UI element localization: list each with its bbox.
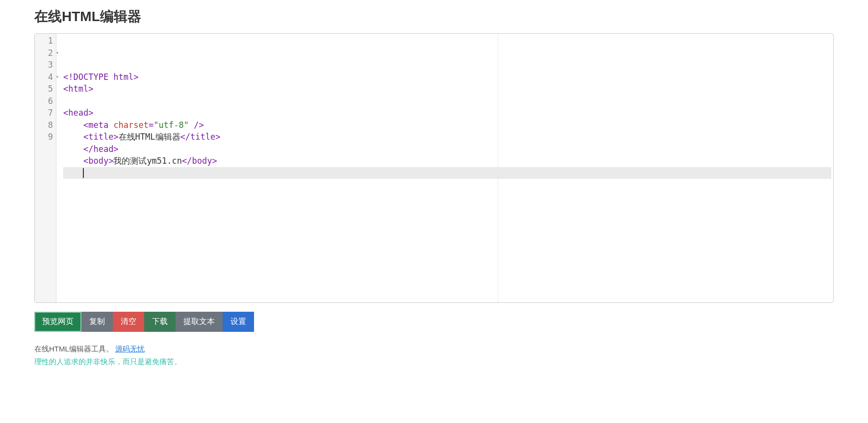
line-number: 7	[40, 107, 53, 119]
line-number: 5	[40, 83, 53, 95]
code-line[interactable]: <title>在线HTML编辑器</title>	[63, 131, 831, 143]
preview-button[interactable]: 预览网页	[34, 312, 81, 332]
toolbar: 预览网页 复制 清空 下载 提取文本 设置	[34, 312, 834, 332]
code-line[interactable]: <!DOCTYPE html>	[63, 71, 831, 83]
code-line[interactable]: <meta charset="utf-8" />	[63, 119, 831, 131]
print-margin	[498, 34, 498, 302]
page-title: 在线HTML编辑器	[34, 7, 834, 26]
line-number: 9	[40, 131, 53, 143]
line-number: 8	[40, 119, 53, 131]
clear-button[interactable]: 清空	[113, 312, 144, 332]
line-number: 4▾	[40, 71, 53, 83]
footer-desc: 在线HTML编辑器工具。	[34, 345, 113, 353]
line-number: 2▾	[40, 47, 53, 59]
settings-button[interactable]: 设置	[223, 312, 254, 332]
code-line[interactable]	[63, 95, 831, 107]
code-editor[interactable]: 12▾34▾56789 <!DOCTYPE html><html><head> …	[34, 33, 834, 303]
copy-button[interactable]: 复制	[81, 312, 113, 332]
line-number: 3	[40, 59, 53, 71]
line-gutter: 12▾34▾56789	[35, 34, 56, 302]
code-line[interactable]	[63, 167, 831, 179]
code-line[interactable]: </head>	[63, 143, 831, 155]
extract-text-button[interactable]: 提取文本	[176, 312, 223, 332]
text-cursor	[83, 168, 84, 178]
code-line[interactable]: <head>	[63, 107, 831, 119]
line-number: 6	[40, 95, 53, 107]
source-link[interactable]: 源码无忧	[115, 345, 145, 353]
code-area[interactable]: <!DOCTYPE html><html><head> <meta charse…	[56, 34, 833, 302]
code-line[interactable]: <html>	[63, 83, 831, 95]
footer-quote: 理性的人追求的并非快乐，而只是避免痛苦。	[34, 355, 834, 368]
code-line[interactable]: <body>我的测试ym51.cn</body>	[63, 155, 831, 167]
download-button[interactable]: 下载	[144, 312, 176, 332]
footer: 在线HTML编辑器工具。 源码无忧 理性的人追求的并非快乐，而只是避免痛苦。	[34, 343, 834, 368]
line-number: 1	[40, 35, 53, 47]
